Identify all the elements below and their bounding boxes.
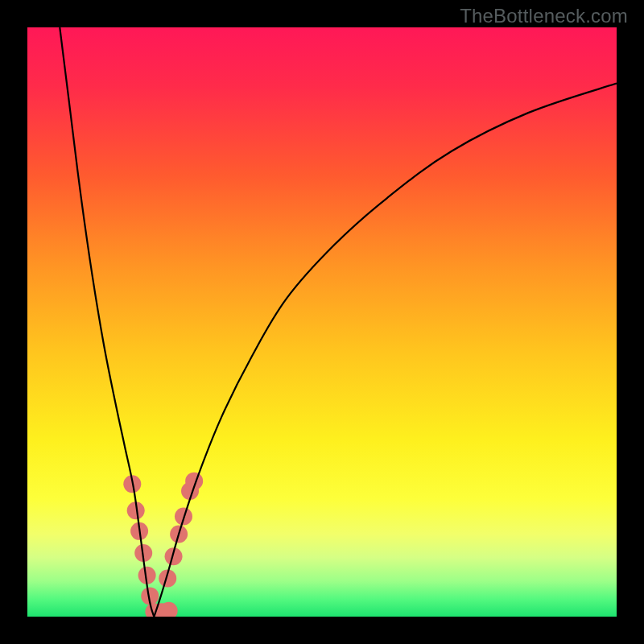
plot-area: [27, 27, 617, 617]
chart-frame: TheBottleneck.com: [0, 0, 644, 644]
watermark-text: TheBottleneck.com: [460, 5, 628, 27]
curves-layer: [27, 27, 617, 617]
curve-right-branch: [154, 84, 617, 617]
curve-left-branch: [60, 27, 154, 617]
